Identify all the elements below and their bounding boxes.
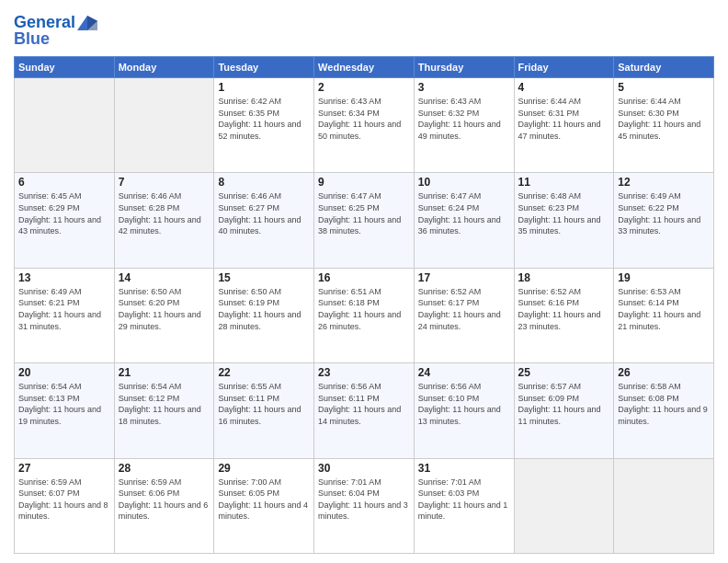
day-info: Sunrise: 6:44 AM Sunset: 6:31 PM Dayligh… bbox=[518, 96, 610, 142]
day-number: 19 bbox=[618, 271, 710, 284]
day-number: 28 bbox=[119, 462, 210, 475]
day-number: 6 bbox=[18, 176, 110, 189]
day-info: Sunrise: 6:56 AM Sunset: 6:10 PM Dayligh… bbox=[418, 381, 510, 427]
day-info: Sunrise: 6:48 AM Sunset: 6:23 PM Dayligh… bbox=[518, 190, 610, 236]
calendar-cell: 29Sunrise: 7:00 AM Sunset: 6:05 PM Dayli… bbox=[214, 458, 314, 553]
day-info: Sunrise: 6:54 AM Sunset: 6:12 PM Dayligh… bbox=[119, 381, 210, 427]
day-number: 11 bbox=[518, 176, 610, 189]
day-info: Sunrise: 6:46 AM Sunset: 6:27 PM Dayligh… bbox=[218, 190, 310, 236]
calendar-cell: 28Sunrise: 6:59 AM Sunset: 6:06 PM Dayli… bbox=[114, 458, 214, 553]
logo-icon bbox=[77, 13, 97, 33]
calendar-cell: 25Sunrise: 6:57 AM Sunset: 6:09 PM Dayli… bbox=[514, 363, 614, 458]
day-info: Sunrise: 6:44 AM Sunset: 6:30 PM Dayligh… bbox=[618, 96, 710, 142]
calendar-cell: 16Sunrise: 6:51 AM Sunset: 6:18 PM Dayli… bbox=[314, 268, 415, 362]
day-number: 9 bbox=[318, 176, 410, 189]
day-number: 27 bbox=[18, 462, 110, 475]
day-info: Sunrise: 6:50 AM Sunset: 6:19 PM Dayligh… bbox=[218, 286, 310, 332]
day-info: Sunrise: 6:50 AM Sunset: 6:20 PM Dayligh… bbox=[119, 286, 210, 332]
calendar-cell: 18Sunrise: 6:52 AM Sunset: 6:16 PM Dayli… bbox=[514, 268, 614, 362]
calendar-cell: 3Sunrise: 6:43 AM Sunset: 6:32 PM Daylig… bbox=[414, 78, 514, 173]
day-number: 3 bbox=[418, 81, 510, 94]
day-info: Sunrise: 6:42 AM Sunset: 6:35 PM Dayligh… bbox=[218, 96, 310, 142]
day-number: 30 bbox=[318, 462, 410, 475]
weekday-header: Thursday bbox=[414, 57, 514, 78]
day-number: 18 bbox=[518, 271, 610, 284]
day-number: 16 bbox=[318, 271, 410, 284]
day-number: 10 bbox=[418, 176, 510, 189]
calendar-week-row: 20Sunrise: 6:54 AM Sunset: 6:13 PM Dayli… bbox=[15, 363, 714, 458]
calendar-cell: 8Sunrise: 6:46 AM Sunset: 6:27 PM Daylig… bbox=[214, 173, 314, 268]
calendar-header-row: SundayMondayTuesdayWednesdayThursdayFrid… bbox=[15, 57, 714, 78]
day-info: Sunrise: 6:45 AM Sunset: 6:29 PM Dayligh… bbox=[18, 190, 110, 236]
day-info: Sunrise: 6:52 AM Sunset: 6:17 PM Dayligh… bbox=[418, 286, 510, 332]
day-info: Sunrise: 6:51 AM Sunset: 6:18 PM Dayligh… bbox=[318, 286, 410, 332]
day-number: 5 bbox=[618, 81, 710, 94]
calendar-cell: 9Sunrise: 6:47 AM Sunset: 6:25 PM Daylig… bbox=[314, 173, 415, 268]
calendar-week-row: 6Sunrise: 6:45 AM Sunset: 6:29 PM Daylig… bbox=[15, 173, 714, 268]
calendar-cell bbox=[15, 78, 115, 173]
calendar-cell: 24Sunrise: 6:56 AM Sunset: 6:10 PM Dayli… bbox=[414, 363, 514, 458]
calendar-cell: 30Sunrise: 7:01 AM Sunset: 6:04 PM Dayli… bbox=[314, 458, 415, 553]
day-info: Sunrise: 6:55 AM Sunset: 6:11 PM Dayligh… bbox=[218, 381, 310, 427]
day-info: Sunrise: 6:49 AM Sunset: 6:21 PM Dayligh… bbox=[18, 286, 110, 332]
weekday-header: Sunday bbox=[15, 57, 115, 78]
calendar-table: SundayMondayTuesdayWednesdayThursdayFrid… bbox=[14, 56, 714, 554]
day-info: Sunrise: 7:01 AM Sunset: 6:03 PM Dayligh… bbox=[418, 477, 510, 523]
calendar-cell: 27Sunrise: 6:59 AM Sunset: 6:07 PM Dayli… bbox=[15, 458, 115, 553]
calendar-week-row: 1Sunrise: 6:42 AM Sunset: 6:35 PM Daylig… bbox=[15, 78, 714, 173]
weekday-header: Monday bbox=[114, 57, 214, 78]
calendar-cell: 4Sunrise: 6:44 AM Sunset: 6:31 PM Daylig… bbox=[514, 78, 614, 173]
calendar-cell: 20Sunrise: 6:54 AM Sunset: 6:13 PM Dayli… bbox=[15, 363, 115, 458]
calendar-cell: 31Sunrise: 7:01 AM Sunset: 6:03 PM Dayli… bbox=[414, 458, 514, 553]
day-info: Sunrise: 6:46 AM Sunset: 6:28 PM Dayligh… bbox=[119, 190, 210, 236]
weekday-header: Wednesday bbox=[314, 57, 415, 78]
day-number: 15 bbox=[218, 271, 310, 284]
weekday-header: Tuesday bbox=[214, 57, 314, 78]
calendar-cell: 11Sunrise: 6:48 AM Sunset: 6:23 PM Dayli… bbox=[514, 173, 614, 268]
day-info: Sunrise: 6:49 AM Sunset: 6:22 PM Dayligh… bbox=[618, 190, 710, 236]
day-info: Sunrise: 6:47 AM Sunset: 6:24 PM Dayligh… bbox=[418, 190, 510, 236]
calendar-cell bbox=[114, 78, 214, 173]
calendar-cell: 5Sunrise: 6:44 AM Sunset: 6:30 PM Daylig… bbox=[614, 78, 714, 173]
day-info: Sunrise: 6:43 AM Sunset: 6:32 PM Dayligh… bbox=[418, 96, 510, 142]
day-number: 31 bbox=[418, 462, 510, 475]
header: General Blue bbox=[14, 9, 714, 49]
day-info: Sunrise: 6:58 AM Sunset: 6:08 PM Dayligh… bbox=[618, 381, 710, 427]
day-info: Sunrise: 6:57 AM Sunset: 6:09 PM Dayligh… bbox=[518, 381, 610, 427]
day-number: 7 bbox=[119, 176, 210, 189]
logo: General Blue bbox=[14, 13, 97, 49]
day-number: 29 bbox=[218, 462, 310, 475]
day-number: 25 bbox=[518, 366, 610, 379]
calendar-cell: 2Sunrise: 6:43 AM Sunset: 6:34 PM Daylig… bbox=[314, 78, 415, 173]
calendar-cell: 6Sunrise: 6:45 AM Sunset: 6:29 PM Daylig… bbox=[15, 173, 115, 268]
page: General Blue SundayMondayTuesdayWednesda… bbox=[0, 0, 728, 563]
calendar-cell: 23Sunrise: 6:56 AM Sunset: 6:11 PM Dayli… bbox=[314, 363, 415, 458]
day-number: 17 bbox=[418, 271, 510, 284]
day-number: 22 bbox=[218, 366, 310, 379]
day-info: Sunrise: 6:52 AM Sunset: 6:16 PM Dayligh… bbox=[518, 286, 610, 332]
day-number: 12 bbox=[618, 176, 710, 189]
calendar-week-row: 13Sunrise: 6:49 AM Sunset: 6:21 PM Dayli… bbox=[15, 268, 714, 362]
day-number: 21 bbox=[119, 366, 210, 379]
day-info: Sunrise: 6:54 AM Sunset: 6:13 PM Dayligh… bbox=[18, 381, 110, 427]
calendar-cell bbox=[514, 458, 614, 553]
calendar-cell: 19Sunrise: 6:53 AM Sunset: 6:14 PM Dayli… bbox=[614, 268, 714, 362]
day-info: Sunrise: 6:47 AM Sunset: 6:25 PM Dayligh… bbox=[318, 190, 410, 236]
day-number: 20 bbox=[18, 366, 110, 379]
calendar-cell: 26Sunrise: 6:58 AM Sunset: 6:08 PM Dayli… bbox=[614, 363, 714, 458]
day-info: Sunrise: 7:01 AM Sunset: 6:04 PM Dayligh… bbox=[318, 477, 410, 523]
calendar-cell: 13Sunrise: 6:49 AM Sunset: 6:21 PM Dayli… bbox=[15, 268, 115, 362]
day-number: 24 bbox=[418, 366, 510, 379]
calendar-cell: 7Sunrise: 6:46 AM Sunset: 6:28 PM Daylig… bbox=[114, 173, 214, 268]
calendar-cell: 21Sunrise: 6:54 AM Sunset: 6:12 PM Dayli… bbox=[114, 363, 214, 458]
day-number: 2 bbox=[318, 81, 410, 94]
calendar-cell: 10Sunrise: 6:47 AM Sunset: 6:24 PM Dayli… bbox=[414, 173, 514, 268]
day-info: Sunrise: 6:59 AM Sunset: 6:07 PM Dayligh… bbox=[18, 477, 110, 523]
day-info: Sunrise: 6:43 AM Sunset: 6:34 PM Dayligh… bbox=[318, 96, 410, 142]
day-number: 1 bbox=[218, 81, 310, 94]
day-info: Sunrise: 6:53 AM Sunset: 6:14 PM Dayligh… bbox=[618, 286, 710, 332]
day-info: Sunrise: 7:00 AM Sunset: 6:05 PM Dayligh… bbox=[218, 477, 310, 523]
day-number: 4 bbox=[518, 81, 610, 94]
calendar-cell: 15Sunrise: 6:50 AM Sunset: 6:19 PM Dayli… bbox=[214, 268, 314, 362]
calendar-cell: 22Sunrise: 6:55 AM Sunset: 6:11 PM Dayli… bbox=[214, 363, 314, 458]
